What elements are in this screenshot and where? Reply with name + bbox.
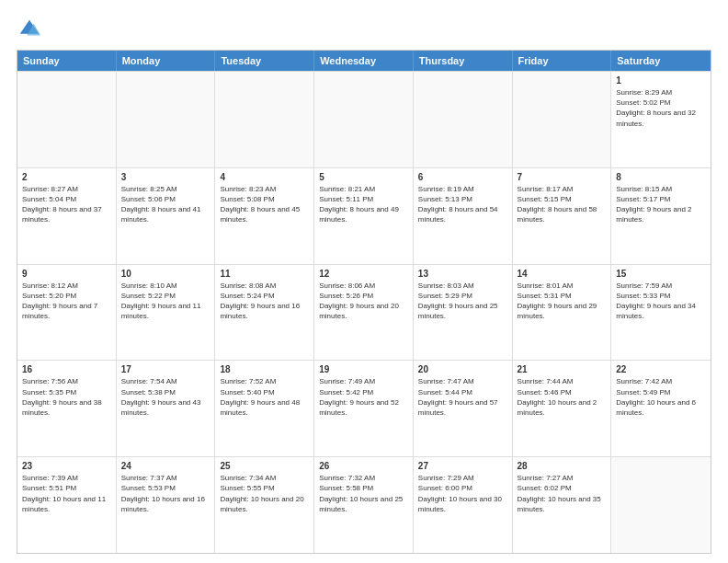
day-info: Sunrise: 8:19 AM Sunset: 5:13 PM Dayligh…: [418, 184, 507, 225]
calendar-cell: [513, 72, 612, 167]
day-info: Sunrise: 8:12 AM Sunset: 5:20 PM Dayligh…: [22, 281, 111, 322]
day-info: Sunrise: 7:27 AM Sunset: 6:02 PM Dayligh…: [518, 473, 607, 514]
day-info: Sunrise: 7:29 AM Sunset: 6:00 PM Dayligh…: [418, 473, 507, 514]
day-number: 19: [319, 364, 408, 374]
day-number: 5: [319, 172, 408, 182]
calendar-cell: 1Sunrise: 8:29 AM Sunset: 5:02 PM Daylig…: [611, 72, 711, 167]
day-info: Sunrise: 8:01 AM Sunset: 5:31 PM Dayligh…: [518, 281, 607, 322]
calendar-cell: 11Sunrise: 8:08 AM Sunset: 5:24 PM Dayli…: [215, 265, 314, 361]
calendar-body: 1Sunrise: 8:29 AM Sunset: 5:02 PM Daylig…: [17, 71, 711, 553]
day-info: Sunrise: 7:47 AM Sunset: 5:44 PM Dayligh…: [418, 376, 507, 418]
header-day-monday: Monday: [117, 51, 216, 71]
calendar-cell: 9Sunrise: 8:12 AM Sunset: 5:20 PM Daylig…: [17, 265, 117, 361]
day-info: Sunrise: 7:54 AM Sunset: 5:38 PM Dayligh…: [121, 376, 210, 418]
day-number: 17: [121, 364, 210, 374]
calendar-cell: [117, 72, 216, 167]
header-day-sunday: Sunday: [17, 51, 117, 71]
day-number: 3: [121, 172, 210, 182]
day-info: Sunrise: 8:17 AM Sunset: 5:15 PM Dayligh…: [518, 184, 607, 225]
day-info: Sunrise: 8:10 AM Sunset: 5:22 PM Dayligh…: [121, 281, 210, 322]
day-number: 2: [22, 172, 111, 182]
calendar-cell: 2Sunrise: 8:27 AM Sunset: 5:04 PM Daylig…: [17, 168, 117, 264]
day-number: 28: [518, 461, 607, 471]
calendar-cell: 7Sunrise: 8:17 AM Sunset: 5:15 PM Daylig…: [513, 168, 612, 264]
day-info: Sunrise: 8:25 AM Sunset: 5:06 PM Dayligh…: [121, 184, 210, 225]
page: SundayMondayTuesdayWednesdayThursdayFrid…: [0, 0, 728, 563]
calendar-cell: 22Sunrise: 7:42 AM Sunset: 5:49 PM Dayli…: [611, 361, 711, 456]
calendar-row-3: 16Sunrise: 7:56 AM Sunset: 5:35 PM Dayli…: [17, 360, 711, 456]
day-number: 15: [616, 269, 706, 279]
day-number: 12: [319, 269, 408, 279]
day-number: 4: [220, 172, 309, 182]
day-number: 22: [616, 364, 706, 374]
calendar-cell: 27Sunrise: 7:29 AM Sunset: 6:00 PM Dayli…: [414, 457, 513, 553]
logo-icon: [17, 17, 42, 42]
day-number: 9: [22, 269, 111, 279]
day-info: Sunrise: 8:23 AM Sunset: 5:08 PM Dayligh…: [220, 184, 309, 225]
header-day-tuesday: Tuesday: [215, 51, 314, 71]
calendar-cell: [17, 72, 117, 167]
day-number: 24: [121, 461, 210, 471]
header-day-friday: Friday: [513, 51, 612, 71]
calendar-row-0: 1Sunrise: 8:29 AM Sunset: 5:02 PM Daylig…: [17, 71, 711, 167]
day-number: 16: [22, 364, 111, 374]
day-info: Sunrise: 8:03 AM Sunset: 5:29 PM Dayligh…: [418, 281, 507, 322]
day-number: 7: [518, 172, 607, 182]
header-day-wednesday: Wednesday: [314, 51, 414, 71]
calendar-cell: 8Sunrise: 8:15 AM Sunset: 5:17 PM Daylig…: [611, 168, 711, 264]
calendar-cell: 10Sunrise: 8:10 AM Sunset: 5:22 PM Dayli…: [117, 265, 216, 361]
calendar-cell: 20Sunrise: 7:47 AM Sunset: 5:44 PM Dayli…: [414, 361, 513, 456]
day-number: 23: [22, 461, 111, 471]
day-info: Sunrise: 7:32 AM Sunset: 5:58 PM Dayligh…: [319, 473, 408, 514]
day-number: 14: [518, 269, 607, 279]
calendar-cell: [314, 72, 414, 167]
logo: [17, 17, 46, 42]
day-number: 10: [121, 269, 210, 279]
day-number: 26: [319, 461, 408, 471]
header-day-thursday: Thursday: [414, 51, 513, 71]
day-number: 18: [220, 364, 309, 374]
calendar-cell: 26Sunrise: 7:32 AM Sunset: 5:58 PM Dayli…: [314, 457, 414, 553]
calendar-cell: 21Sunrise: 7:44 AM Sunset: 5:46 PM Dayli…: [513, 361, 612, 456]
calendar-cell: 17Sunrise: 7:54 AM Sunset: 5:38 PM Dayli…: [117, 361, 216, 456]
day-info: Sunrise: 7:39 AM Sunset: 5:51 PM Dayligh…: [22, 473, 111, 514]
calendar-cell: 16Sunrise: 7:56 AM Sunset: 5:35 PM Dayli…: [17, 361, 117, 456]
day-number: 8: [616, 172, 706, 182]
day-info: Sunrise: 7:37 AM Sunset: 5:53 PM Dayligh…: [121, 473, 210, 514]
day-info: Sunrise: 7:49 AM Sunset: 5:42 PM Dayligh…: [319, 376, 408, 418]
calendar-cell: 15Sunrise: 7:59 AM Sunset: 5:33 PM Dayli…: [611, 265, 711, 361]
calendar-cell: 24Sunrise: 7:37 AM Sunset: 5:53 PM Dayli…: [117, 457, 216, 553]
day-info: Sunrise: 7:52 AM Sunset: 5:40 PM Dayligh…: [220, 376, 309, 418]
calendar-cell: 5Sunrise: 8:21 AM Sunset: 5:11 PM Daylig…: [314, 168, 414, 264]
day-info: Sunrise: 7:44 AM Sunset: 5:46 PM Dayligh…: [518, 376, 607, 418]
calendar-cell: 13Sunrise: 8:03 AM Sunset: 5:29 PM Dayli…: [414, 265, 513, 361]
calendar-cell: [215, 72, 314, 167]
day-info: Sunrise: 7:56 AM Sunset: 5:35 PM Dayligh…: [22, 376, 111, 418]
day-info: Sunrise: 8:06 AM Sunset: 5:26 PM Dayligh…: [319, 281, 408, 322]
day-info: Sunrise: 7:34 AM Sunset: 5:55 PM Dayligh…: [220, 473, 309, 514]
day-info: Sunrise: 8:08 AM Sunset: 5:24 PM Dayligh…: [220, 281, 309, 322]
calendar-header: SundayMondayTuesdayWednesdayThursdayFrid…: [17, 51, 711, 71]
calendar-cell: 23Sunrise: 7:39 AM Sunset: 5:51 PM Dayli…: [17, 457, 117, 553]
day-number: 13: [418, 269, 507, 279]
calendar-cell: 28Sunrise: 7:27 AM Sunset: 6:02 PM Dayli…: [513, 457, 612, 553]
calendar-cell: 3Sunrise: 8:25 AM Sunset: 5:06 PM Daylig…: [117, 168, 216, 264]
day-number: 6: [418, 172, 507, 182]
calendar-cell: [414, 72, 513, 167]
day-number: 11: [220, 269, 309, 279]
header-day-saturday: Saturday: [611, 51, 711, 71]
calendar-cell: [611, 457, 711, 553]
day-number: 1: [616, 75, 706, 86]
calendar-cell: 14Sunrise: 8:01 AM Sunset: 5:31 PM Dayli…: [513, 265, 612, 361]
calendar-cell: 6Sunrise: 8:19 AM Sunset: 5:13 PM Daylig…: [414, 168, 513, 264]
calendar-cell: 4Sunrise: 8:23 AM Sunset: 5:08 PM Daylig…: [215, 168, 314, 264]
day-number: 20: [418, 364, 507, 374]
day-number: 21: [518, 364, 607, 374]
calendar-row-2: 9Sunrise: 8:12 AM Sunset: 5:20 PM Daylig…: [17, 264, 711, 361]
day-info: Sunrise: 7:59 AM Sunset: 5:33 PM Dayligh…: [616, 281, 706, 322]
calendar-row-4: 23Sunrise: 7:39 AM Sunset: 5:51 PM Dayli…: [17, 456, 711, 553]
calendar-cell: 12Sunrise: 8:06 AM Sunset: 5:26 PM Dayli…: [314, 265, 414, 361]
day-number: 27: [418, 461, 507, 471]
day-info: Sunrise: 7:42 AM Sunset: 5:49 PM Dayligh…: [616, 376, 706, 418]
calendar-row-1: 2Sunrise: 8:27 AM Sunset: 5:04 PM Daylig…: [17, 167, 711, 264]
